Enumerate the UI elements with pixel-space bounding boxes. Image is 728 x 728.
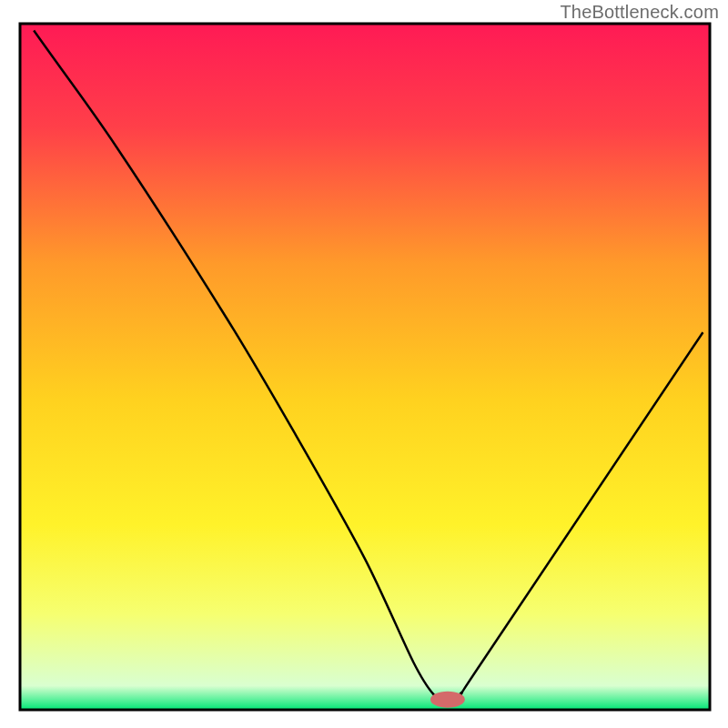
gradient-background (20, 24, 710, 710)
optimal-point-marker (430, 692, 465, 708)
bottleneck-chart (0, 0, 728, 728)
chart-container: TheBottleneck.com (0, 0, 728, 728)
watermark-text: TheBottleneck.com (560, 2, 719, 23)
